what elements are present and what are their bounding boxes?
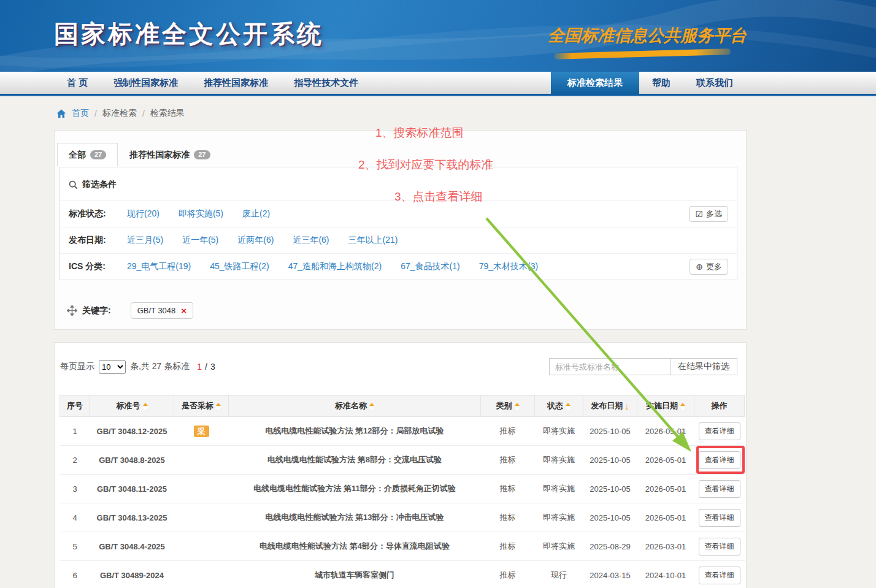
platform-logo: 全国标准信息公共服务平台 bbox=[548, 25, 733, 57]
filter-link[interactable]: 近三月(5) bbox=[127, 235, 163, 246]
nav-item[interactable]: 联系我们 bbox=[683, 72, 746, 94]
column-header[interactable]: 标准号 bbox=[90, 395, 174, 417]
category: 推标 bbox=[481, 532, 535, 561]
sort-asc-triangle bbox=[515, 403, 520, 406]
sort-icon bbox=[143, 403, 148, 410]
implement-date: 2026-03-01 bbox=[637, 532, 694, 561]
filter-link[interactable]: 近三年(6) bbox=[293, 235, 329, 246]
pagination-summary: 每页显示 10 条,共 27 条标准 1 / 3 bbox=[60, 360, 215, 374]
filter-link[interactable]: 三年以上(21) bbox=[348, 235, 398, 246]
more-button[interactable]: 更多 bbox=[690, 259, 728, 275]
main-nav: 首 页强制性国家标准推荐性国家标准指导性技术文件 标准检索结果帮助联系我们 bbox=[0, 72, 876, 94]
filter-link[interactable]: 即将实施(5) bbox=[179, 208, 223, 220]
column-header-label: 操作 bbox=[712, 401, 728, 410]
nav-item[interactable]: 首 页 bbox=[54, 72, 101, 94]
total-pages: 3 bbox=[210, 362, 215, 372]
result-filter-button[interactable]: 在结果中筛选 bbox=[670, 358, 737, 375]
per-page-select[interactable]: 10 bbox=[99, 360, 126, 374]
column-header[interactable]: 实施日期 bbox=[637, 395, 694, 417]
sort-desc-triangle bbox=[143, 407, 148, 410]
tab[interactable]: 推荐性国家标准27 bbox=[118, 143, 221, 167]
view-detail-button[interactable]: 查看详细 bbox=[699, 567, 740, 584]
filter-link[interactable]: 29_电气工程(19) bbox=[127, 261, 191, 272]
column-header[interactable]: 类别 bbox=[481, 395, 535, 417]
filter-link[interactable]: 79_木材技术(3) bbox=[479, 261, 538, 272]
nav-item[interactable]: 指导性技术文件 bbox=[281, 72, 371, 94]
home-icon bbox=[56, 109, 66, 118]
tab[interactable]: 全部27 bbox=[57, 143, 118, 167]
site-header: 国家标准全文公开系统 全国标准信息公共服务平台 bbox=[0, 0, 876, 72]
column-header[interactable]: 发布日期↓ bbox=[583, 395, 637, 417]
filter-groups: 标准状态:现行(20)即将实施(5)废止(2)多选发布日期:近三月(5)近一年(… bbox=[60, 201, 737, 280]
filter-group: 发布日期:近三月(5)近一年(5)近两年(6)近三年(6)三年以上(21) bbox=[60, 227, 737, 254]
adopted-cell: 采 bbox=[174, 417, 229, 446]
breadcrumb: 首页 / 标准检索 / 检索结果 bbox=[56, 106, 876, 121]
filter-title: 筛选条件 bbox=[82, 179, 117, 190]
breadcrumb-item-search[interactable]: 标准检索 bbox=[102, 108, 137, 119]
row-index: 2 bbox=[60, 446, 90, 475]
status: 即将实施 bbox=[535, 532, 583, 561]
standard-code-link[interactable]: GB/T 3048.13-2025 bbox=[90, 503, 174, 532]
implement-date: 2026-05-01 bbox=[637, 417, 694, 446]
standard-code-link[interactable]: GB/T 3048.8-2025 bbox=[90, 446, 174, 475]
view-detail-button[interactable]: 查看详细 bbox=[699, 422, 740, 440]
nav-item[interactable]: 推荐性国家标准 bbox=[191, 72, 281, 94]
sort-icon bbox=[680, 403, 685, 410]
filter-link[interactable]: 近一年(5) bbox=[182, 235, 218, 246]
filter-link[interactable]: 67_食品技术(1) bbox=[401, 261, 459, 272]
filter-link[interactable]: 45_铁路工程(2) bbox=[210, 261, 269, 272]
adopted-cell bbox=[174, 561, 229, 588]
filter-group-label: 标准状态: bbox=[69, 208, 127, 220]
implement-date: 2026-05-01 bbox=[637, 446, 694, 475]
annotation-step-3: 3、点击查看详细 bbox=[394, 189, 483, 205]
multi-select-button[interactable]: 多选 bbox=[689, 206, 728, 222]
standard-code-link[interactable]: GB/T 3048.4-2025 bbox=[90, 532, 174, 561]
sort-desc-triangle bbox=[216, 407, 221, 410]
breadcrumb-home-link[interactable]: 首页 bbox=[72, 108, 89, 119]
operation-cell: 查看详细 bbox=[694, 561, 745, 588]
nav-item[interactable]: 标准检索结果 bbox=[551, 72, 639, 94]
nav-item[interactable]: 帮助 bbox=[639, 72, 683, 94]
filter-link[interactable]: 47_造船和海上构筑物(2) bbox=[288, 261, 382, 272]
status: 现行 bbox=[535, 561, 583, 588]
table-row: 2GB/T 3048.8-2025电线电缆电性能试验方法 第8部分：交流电压试验… bbox=[60, 446, 745, 475]
column-header-label: 序号 bbox=[67, 401, 83, 410]
standard-name: 电线电缆电性能试验方法 第8部分：交流电压试验 bbox=[229, 446, 481, 475]
view-detail-button[interactable]: 查看详细 bbox=[699, 509, 740, 527]
filter-link[interactable]: 废止(2) bbox=[242, 208, 270, 220]
category: 推标 bbox=[481, 446, 535, 475]
annotation-step-1: 1、搜索标准范围 bbox=[375, 125, 464, 141]
filter-link[interactable]: 现行(20) bbox=[127, 208, 159, 220]
column-header[interactable]: 标准名称 bbox=[229, 395, 481, 417]
column-header: 序号 bbox=[60, 395, 90, 417]
adopted-cell bbox=[174, 503, 229, 532]
platform-logo-text: 全国标准信息公共服务平台 bbox=[548, 25, 733, 47]
remove-keyword-icon[interactable]: × bbox=[181, 306, 186, 315]
result-filter: 在结果中筛选 bbox=[549, 358, 737, 375]
plus-icon bbox=[696, 262, 703, 272]
standard-code-link[interactable]: GB/T 3048.11-2025 bbox=[90, 475, 174, 503]
keyword-row: 关键字: GB/T 3048 × bbox=[55, 280, 746, 319]
filter-group-label: 发布日期: bbox=[69, 235, 127, 246]
sort-icon bbox=[216, 403, 221, 410]
standard-name: 电线电缆电性能试验方法 第4部分：导体直流电阻试验 bbox=[229, 532, 481, 561]
view-detail-button[interactable]: 查看详细 bbox=[699, 538, 740, 556]
filter-link[interactable]: 近两年(6) bbox=[237, 235, 274, 246]
sort-icon bbox=[369, 403, 374, 410]
status: 即将实施 bbox=[535, 503, 583, 532]
column-header[interactable]: 是否采标 bbox=[174, 395, 229, 417]
sort-asc-triangle bbox=[143, 403, 148, 406]
view-detail-button[interactable]: 查看详细 bbox=[699, 480, 740, 498]
standard-code-link[interactable]: GB/T 3048.12-2025 bbox=[90, 417, 174, 446]
column-header[interactable]: 状态 bbox=[535, 395, 583, 417]
publish-date: 2025-10-05 bbox=[583, 446, 637, 475]
column-header-label: 实施日期 bbox=[646, 401, 678, 410]
result-filter-input[interactable] bbox=[549, 358, 670, 375]
row-index: 3 bbox=[60, 475, 90, 503]
filter-action-label: 更多 bbox=[706, 261, 722, 272]
keyword-move-icon bbox=[67, 305, 77, 316]
breadcrumb-separator: / bbox=[94, 109, 97, 118]
view-detail-button[interactable]: 查看详细 bbox=[699, 451, 740, 469]
standard-code-link[interactable]: GB/T 30489-2024 bbox=[90, 561, 174, 588]
nav-item[interactable]: 强制性国家标准 bbox=[101, 72, 191, 94]
